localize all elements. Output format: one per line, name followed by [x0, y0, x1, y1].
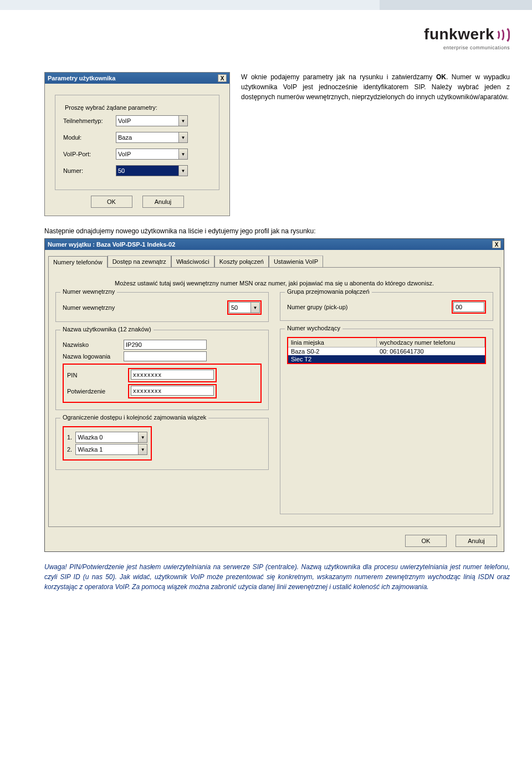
logo-text: funkwerk	[424, 25, 494, 43]
group-access-restriction-title: Ograniczenie dostępu i kolejność zajmowa…	[60, 414, 208, 421]
list-row[interactable]: Baza S0-2 00: 0616641730	[288, 347, 485, 355]
login-label: Nazwa logowania	[63, 353, 124, 360]
teilnehmertyp-value: VoIP	[118, 117, 131, 124]
list-cell: Siec T2	[288, 355, 377, 363]
warning-note: Uwaga! PIN/Potwierdzenie jest hasłem uwi…	[44, 562, 510, 592]
chevron-down-icon: ▼	[178, 166, 187, 176]
user-params-dialog: Parametry użytkownika X Proszę wybrać żą…	[44, 72, 230, 216]
outgoing-listbox[interactable]: linia miejska wychodzacy numer telefonu …	[287, 337, 486, 364]
ok-button[interactable]: OK	[91, 196, 132, 208]
tab-call-costs[interactable]: Koszty połączeń	[214, 255, 269, 267]
teilnehmertyp-label: Teilnehmertyp:	[63, 117, 116, 124]
internal-number-combo[interactable]: 50 ▼	[229, 302, 260, 313]
chevron-down-icon: ▼	[178, 149, 187, 159]
group-pickup-title: Grupa przejmowania połączeń	[285, 288, 372, 295]
group-access-restriction: Ograniczenie dostępu i kolejność zajmowa…	[55, 418, 269, 470]
chevron-down-icon: ▼	[250, 303, 259, 313]
close-icon[interactable]: X	[218, 74, 227, 82]
tabs: Numery telefonów Dostęp na zewnątrz Właś…	[48, 255, 500, 268]
group-outgoing-title: Numer wychodzący	[285, 325, 342, 331]
internal-number-value: 50	[231, 304, 238, 311]
chevron-down-icon: ▼	[178, 116, 187, 126]
group-internal-number-title: Numer wewnętrzny	[60, 288, 117, 295]
logo-arcs-icon	[495, 25, 510, 44]
list-cell: 00: 0616641730	[377, 347, 485, 355]
close-icon[interactable]: X	[492, 241, 501, 248]
dialog1-titlebar: Parametry użytkownika X	[45, 73, 229, 84]
group-outgoing: Numer wychodzący linia miejska wychodzac…	[280, 329, 493, 514]
dialog2-titlebar: Numer wyjątku : Baza VoIP-DSP-1 Indeks-0…	[45, 239, 504, 250]
paragraph-1: W oknie podajemy parametry jak na rysunk…	[241, 72, 510, 102]
pickup-label: Numer grupy (pick-up)	[287, 304, 347, 310]
ok-button[interactable]: OK	[405, 535, 447, 547]
bundle-2-label: 2.	[67, 446, 72, 453]
para1-b: OK	[436, 73, 446, 81]
tab-external-access[interactable]: Dostęp na zewnątrz	[108, 255, 171, 267]
bundle-1-label: 1.	[67, 434, 72, 441]
pickup-input[interactable]	[453, 302, 484, 312]
confirm-input[interactable]	[131, 386, 214, 396]
tab-properties[interactable]: Właściwości	[171, 255, 214, 267]
list-header-number: wychodzacy numer telefonu	[377, 338, 485, 347]
bundle-1-combo[interactable]: Wiazka 0 ▼	[75, 432, 147, 443]
chevron-down-icon: ▼	[138, 444, 147, 454]
chevron-down-icon: ▼	[138, 432, 147, 442]
dialog1-title: Parametry użytkownika	[48, 75, 115, 81]
bundle-1-value: Wiazka 0	[78, 434, 103, 441]
cancel-button[interactable]: Anuluj	[456, 535, 497, 547]
voipport-combo[interactable]: VoIP ▼	[116, 149, 188, 160]
tab-phone-numbers[interactable]: Numery telefonów	[48, 256, 108, 268]
list-header-line: linia miejska	[288, 338, 377, 347]
group-username-title: Nazwa użytkownika (12 znaków)	[60, 326, 154, 333]
modul-value: Baza	[118, 134, 132, 141]
voipport-label: VoIP-Port:	[63, 151, 116, 157]
pin-label: PIN	[67, 372, 128, 378]
group-pickup: Grupa przejmowania połączeń Numer grupy …	[280, 292, 493, 321]
group-internal-number: Numer wewnętrzny Numer wewnętrzny 50 ▼	[55, 292, 269, 322]
list-row[interactable]: Siec T2	[288, 355, 485, 363]
numer-value: 50	[118, 167, 125, 174]
cancel-button[interactable]: Anuluj	[142, 196, 184, 208]
tab-voip-settings[interactable]: Ustawienia VoIP	[269, 255, 323, 267]
confirm-label: Potwierdzenie	[67, 388, 128, 395]
dialog2-title: Numer wyjątku : Baza VoIP-DSP-1 Indeks-0…	[48, 241, 175, 248]
mid-paragraph: Następnie odnajdujemy nowego użytkownika…	[44, 227, 510, 235]
login-input[interactable]	[124, 351, 207, 361]
list-cell	[377, 355, 485, 363]
surname-label: Nazwisko	[63, 341, 124, 348]
side-band	[380, 0, 532, 10]
dialog1-legend: Proszę wybrać żądane parametry:	[63, 104, 159, 111]
numer-combo[interactable]: 50 ▼	[116, 165, 188, 176]
modul-label: Moduł:	[63, 134, 116, 141]
numer-label: Numer:	[63, 167, 116, 174]
list-cell: Baza S0-2	[288, 347, 377, 355]
surname-input[interactable]	[124, 340, 207, 350]
bundle-2-value: Wiazka 1	[78, 446, 103, 453]
logo: funkwerk enterprise communications	[424, 25, 510, 50]
logo-tagline: enterprise communications	[424, 45, 510, 50]
bundle-2-combo[interactable]: Wiazka 1 ▼	[75, 444, 147, 455]
exception-number-dialog: Numer wyjątku : Baza VoIP-DSP-1 Indeks-0…	[44, 238, 504, 552]
teilnehmertyp-combo[interactable]: VoIP ▼	[116, 115, 188, 126]
tab-info-text: Możesz ustawić tutaj swój wewnętrzny num…	[55, 271, 493, 292]
modul-combo[interactable]: Baza ▼	[116, 132, 188, 143]
internal-number-label: Numer wewnętrzny	[63, 304, 115, 311]
pin-input[interactable]	[131, 370, 214, 380]
chevron-down-icon: ▼	[178, 132, 187, 142]
voipport-value: VoIP	[118, 151, 131, 157]
group-username: Nazwa użytkownika (12 znaków) Nazwisko N…	[55, 330, 269, 410]
para1-a: W oknie podajemy parametry jak na rysunk…	[241, 73, 436, 81]
